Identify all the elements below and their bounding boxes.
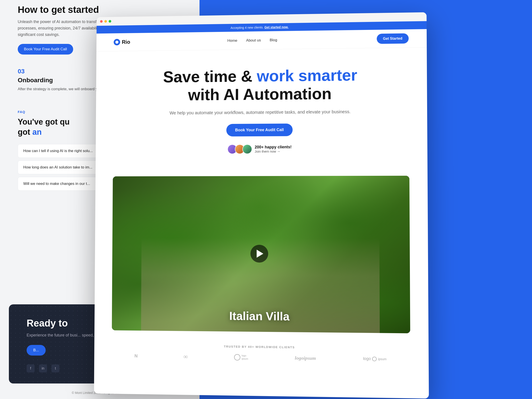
play-button[interactable]: [250, 245, 268, 263]
social-proof-row: 200+ happy clients! Join them now →: [139, 144, 382, 154]
logo-inner-circle: [115, 41, 119, 44]
hero-line2: with AI Automation: [188, 85, 332, 103]
nav-blog[interactable]: Blog: [270, 38, 277, 42]
logo-4: logoipsum: [295, 355, 316, 361]
logos-row: N ∞ logoipsum logoipsum logo ipsum: [112, 352, 411, 363]
facebook-icon[interactable]: f: [27, 364, 35, 372]
logo-icon: [114, 39, 120, 45]
video-background: Italian Villa: [112, 176, 410, 333]
join-text: Join them now →: [255, 149, 292, 153]
minimize-dot[interactable]: [104, 20, 107, 23]
front-page: Accepting 4 new clients. Get started now…: [94, 12, 429, 399]
logo-text: Rio: [122, 39, 130, 45]
social-proof-text: 200+ happy clients! Join them now →: [255, 145, 292, 153]
hero-line1-accent: work smarter: [257, 66, 357, 85]
nav-get-started-button[interactable]: Get Started: [377, 33, 409, 44]
nav-home[interactable]: Home: [228, 38, 237, 43]
hero-subtitle: We help you automate your workflows, aut…: [139, 108, 382, 117]
nav-about[interactable]: About us: [246, 38, 261, 43]
logo: Rio: [114, 39, 130, 45]
cta-button[interactable]: B...: [27, 345, 46, 355]
book-audit-button[interactable]: Book Your Free Audit Call: [18, 44, 73, 55]
twitter-icon[interactable]: t: [51, 364, 59, 372]
linkedin-icon[interactable]: in: [39, 364, 47, 372]
announcement-text: Accepting 4 new clients.: [231, 26, 264, 30]
trusted-label: TRUSTED BY 40+ WORLDWIDE CLIENTS: [112, 344, 410, 350]
announcement-cta[interactable]: Get started now.: [265, 25, 289, 29]
logo-5: logo ipsum: [363, 356, 386, 361]
hero-audit-button[interactable]: Book Your Free Audit Call: [226, 123, 293, 136]
hero-heading: Save time & work smarter with AI Automat…: [139, 66, 382, 104]
video-caption: Italian Villa: [229, 309, 290, 323]
avatar-3: [242, 144, 252, 154]
logo-1: N: [134, 353, 138, 358]
logo-3: logoipsum: [234, 354, 248, 361]
close-dot[interactable]: [100, 20, 103, 23]
hero-line1-plain: Save time &: [163, 67, 257, 86]
trusted-section: TRUSTED BY 40+ WORLDWIDE CLIENTS N ∞ log…: [94, 330, 429, 370]
hero-section: Save time & work smarter with AI Automat…: [95, 47, 428, 176]
avatars-group: [228, 144, 252, 154]
maximize-dot[interactable]: [109, 20, 111, 23]
video-container: Italian Villa: [112, 176, 410, 333]
play-triangle-icon: [257, 250, 263, 258]
client-count: 200+ happy clients!: [255, 145, 291, 150]
how-heading: How to get started: [18, 4, 182, 15]
nav-links: Home About us Blog: [228, 38, 277, 43]
logo-2: ∞: [184, 353, 188, 360]
